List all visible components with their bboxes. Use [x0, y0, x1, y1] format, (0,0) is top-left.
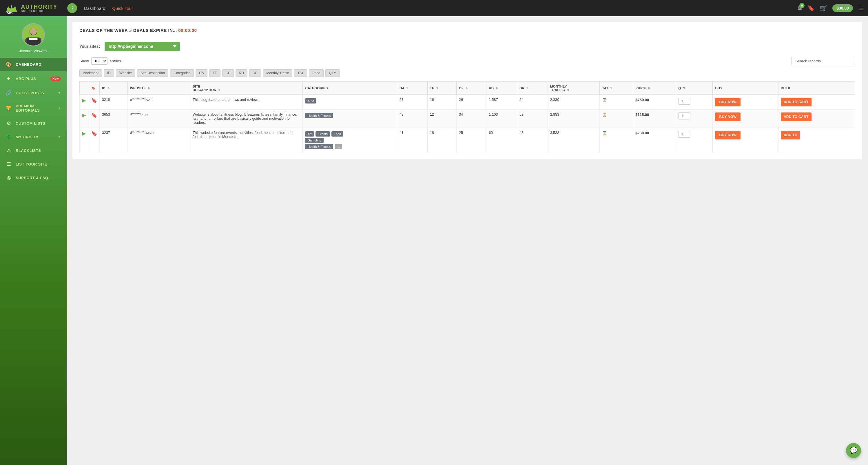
category-tag[interactable]: Events — [315, 131, 330, 137]
site-selector-dropdown[interactable]: http://wpbeginner.com/ — [104, 42, 180, 51]
bulk-cell[interactable]: ADD TO CART — [778, 95, 855, 110]
row-bookmark-icon[interactable]: 🔖 — [91, 98, 97, 103]
toggle-cf[interactable]: CF — [222, 69, 234, 77]
toggle-tf[interactable]: TF — [209, 69, 220, 77]
bookmark-cell[interactable]: 🔖 — [89, 128, 100, 153]
toggle-da[interactable]: DA — [195, 69, 208, 77]
toggle-categories[interactable]: Categories — [170, 69, 194, 77]
toggle-dr[interactable]: DR — [249, 69, 261, 77]
categories-cell: Health & Fitness — [303, 110, 397, 128]
qty-input[interactable] — [678, 98, 690, 105]
store-nav-icon-wrap[interactable]: $30.00 — [832, 4, 853, 12]
th-price[interactable]: PRICE ⇅ — [633, 82, 676, 95]
sidebar-item-premium-editorials[interactable]: 🏆 PREMIUM EDITORIALS ▼ — [0, 100, 67, 117]
search-input[interactable] — [792, 57, 855, 65]
nav-options-button[interactable]: ⋮ — [67, 3, 77, 13]
category-tag[interactable]: Gambling — [305, 138, 323, 143]
toggle-price[interactable]: Price — [309, 69, 323, 77]
expand-cell[interactable]: ▶ — [80, 128, 89, 153]
sidebar-label-my-orders: MY ORDERS — [16, 135, 54, 139]
expand-arrow-icon[interactable]: ▶ — [82, 113, 86, 118]
sidebar-item-custom-lists[interactable]: ⚙ CUSTOM LISTS — [0, 117, 67, 130]
sidebar-item-dashboard[interactable]: 🎨 DASHBOARD — [0, 58, 67, 71]
toggle-rd[interactable]: RD — [236, 69, 247, 77]
buy-cell[interactable]: BUY NOW — [713, 110, 778, 128]
toggle-site-description[interactable]: Site Description — [137, 69, 168, 77]
qty-cell[interactable] — [676, 110, 713, 128]
th-dr[interactable]: DR ⇅ — [517, 82, 548, 95]
guest-posts-icon: 🔗 — [6, 90, 11, 96]
notification-badge: 0 — [799, 3, 805, 8]
add-to-cart-button[interactable]: ADD TO — [781, 131, 801, 140]
chat-bubble[interactable]: 💬 — [846, 443, 861, 458]
notifications-icon-wrap[interactable]: ✉ 0 — [797, 5, 802, 11]
category-tag[interactable]: Health & Fitness — [305, 113, 333, 118]
category-tag[interactable]: Auto — [305, 98, 316, 104]
my-orders-arrow-icon: ▼ — [58, 135, 61, 139]
th-cf[interactable]: CF ⇅ — [457, 82, 487, 95]
qty-input[interactable] — [678, 113, 690, 119]
qty-cell[interactable] — [676, 95, 713, 110]
row-bookmark-icon[interactable]: 🔖 — [91, 113, 97, 118]
category-tag[interactable]: Food — [332, 131, 343, 137]
th-rd[interactable]: RD ⇅ — [487, 82, 517, 95]
qty-cell[interactable] — [676, 128, 713, 153]
toggle-monthly-traffic[interactable]: Monthly Traffic — [263, 69, 292, 77]
nav-dashboard-link[interactable]: Dashboard — [84, 6, 105, 11]
expand-arrow-icon[interactable]: ▶ — [82, 131, 86, 136]
add-to-cart-button[interactable]: ADD TO CART — [781, 98, 811, 107]
bulk-cell[interactable]: ADD TO — [778, 128, 855, 153]
qty-input[interactable] — [678, 131, 690, 138]
category-tag[interactable]: Health & Fitness — [305, 144, 333, 149]
th-da[interactable]: DA ⇅ — [397, 82, 427, 95]
tf-cell: 12 — [427, 110, 456, 128]
sidebar-item-abc-plus[interactable]: + ABC PLUS New — [0, 71, 67, 86]
toggle-tat[interactable]: TAT — [294, 69, 307, 77]
buy-now-button[interactable]: BUY NOW — [715, 131, 741, 140]
sidebar-item-blacklists[interactable]: ⚠ BLACKLISTS — [0, 144, 67, 157]
th-website[interactable]: WEBSITE ⇅ — [127, 82, 190, 95]
toggle-id[interactable]: ID — [104, 69, 114, 77]
hamburger-wrap[interactable]: ☰ — [858, 5, 863, 11]
expand-cell[interactable]: ▶ — [80, 95, 89, 110]
bookmark-cell[interactable]: 🔖 — [89, 95, 100, 110]
th-monthly-traffic[interactable]: MONTHLYTRAFFIC ⇅ — [548, 82, 599, 95]
sidebar-label-abc-plus: ABC PLUS — [16, 77, 46, 81]
nav-quick-tour-link[interactable]: Quick Tour — [112, 6, 133, 11]
da-cell: 41 — [397, 128, 427, 153]
add-to-cart-button[interactable]: ADD TO CART — [781, 113, 811, 121]
expand-cell[interactable]: ▶ — [80, 110, 89, 128]
toggle-qty[interactable]: QTY — [326, 69, 340, 77]
more-categories-tag[interactable]: ... — [335, 144, 342, 149]
premium-editorials-icon: 🏆 — [6, 106, 11, 111]
th-id[interactable]: ID ⇅ — [100, 82, 128, 95]
sidebar-item-my-orders[interactable]: 💲 MY ORDERS ▼ — [0, 130, 67, 144]
bookmark-nav-icon-wrap[interactable]: 🔖 — [807, 5, 815, 11]
toggle-website[interactable]: Website — [116, 69, 135, 77]
balance-button[interactable]: $30.00 — [832, 4, 853, 12]
bulk-cell[interactable]: ADD TO CART — [778, 110, 855, 128]
sidebar-item-list-your-site[interactable]: ☰ LIST YOUR SITE — [0, 157, 67, 171]
custom-lists-icon: ⚙ — [6, 121, 11, 126]
dashboard-icon: 🎨 — [6, 62, 11, 67]
th-bookmark: 🔖 — [89, 82, 100, 95]
buy-now-button[interactable]: BUY NOW — [715, 113, 741, 121]
categories-cell: Art Events Food Gambling Health & Fitnes… — [303, 128, 397, 153]
buy-now-button[interactable]: BUY NOW — [715, 98, 741, 107]
cart-nav-icon-wrap[interactable]: 🛒 — [820, 5, 827, 11]
toggle-bookmark[interactable]: Bookmark — [80, 69, 102, 77]
buy-cell[interactable]: BUY NOW — [713, 95, 778, 110]
sidebar-label-premium-editorials: PREMIUM EDITORIALS — [16, 104, 54, 113]
category-tag[interactable]: Art — [305, 131, 314, 137]
entries-per-page-select[interactable]: 10 25 50 100 — [91, 57, 107, 65]
row-bookmark-icon[interactable]: 🔖 — [91, 131, 97, 136]
th-tat[interactable]: TAT ⇅ — [600, 82, 633, 95]
buy-cell[interactable]: BUY NOW — [713, 128, 778, 153]
th-site-description[interactable]: SITEDESCRIPTION ⇅ — [190, 82, 303, 95]
sidebar-item-support-faq[interactable]: ◎ SUPPORT & FAQ — [0, 171, 67, 185]
expand-arrow-icon[interactable]: ▶ — [82, 98, 86, 103]
sidebar-item-guest-posts[interactable]: 🔗 GUEST POSTS ▼ — [0, 86, 67, 100]
sidebar-label-custom-lists: CUSTOM LISTS — [16, 121, 61, 125]
bookmark-cell[interactable]: 🔖 — [89, 110, 100, 128]
th-tf[interactable]: TF ⇅ — [427, 82, 456, 95]
